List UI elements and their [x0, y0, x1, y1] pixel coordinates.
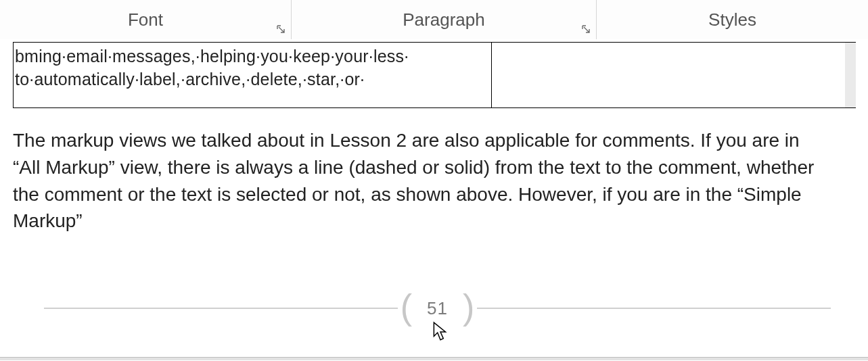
- body-paragraph[interactable]: The markup views we talked about in Less…: [13, 127, 831, 235]
- ribbon-group-paragraph-label: Paragraph: [403, 9, 484, 30]
- table-cell-right[interactable]: [492, 43, 855, 107]
- page-bottom-edge: [0, 357, 868, 360]
- document-area[interactable]: bming·email·messages,·helping·you·keep·y…: [0, 39, 868, 361]
- ribbon-group-font: Font: [0, 0, 292, 39]
- font-dialog-launcher[interactable]: [275, 23, 287, 35]
- mouse-cursor-icon: [433, 322, 448, 342]
- document-page: bming·email·messages,·helping·you·keep·y…: [0, 39, 868, 360]
- dialog-launcher-icon: [581, 24, 591, 34]
- paragraph-dialog-launcher[interactable]: [580, 23, 592, 35]
- table-cell-frame[interactable]: bming·email·messages,·helping·you·keep·y…: [13, 42, 856, 108]
- page-number: 51: [415, 298, 460, 319]
- page-number-rule-left: [44, 308, 398, 309]
- table-cell-line-1: bming·email·messages,·helping·you·keep·y…: [15, 45, 486, 68]
- page-number-rule-right: [477, 308, 831, 309]
- ribbon-group-styles-label: Styles: [708, 9, 756, 30]
- ribbon-group-font-label: Font: [128, 9, 163, 30]
- table-cell-right-margin: [845, 43, 856, 107]
- table-cell-left[interactable]: bming·email·messages,·helping·you·keep·y…: [14, 43, 491, 107]
- dialog-launcher-icon: [276, 24, 285, 34]
- table-cell-line-2: to·automatically·label,·archive,·delete,…: [15, 68, 486, 91]
- ribbon-group-styles: Styles: [597, 0, 868, 39]
- ribbon-group-paragraph: Paragraph: [292, 0, 597, 39]
- page-number-ornament: 51: [44, 295, 831, 322]
- ribbon-group-labels: Font Paragraph Styles: [0, 0, 868, 40]
